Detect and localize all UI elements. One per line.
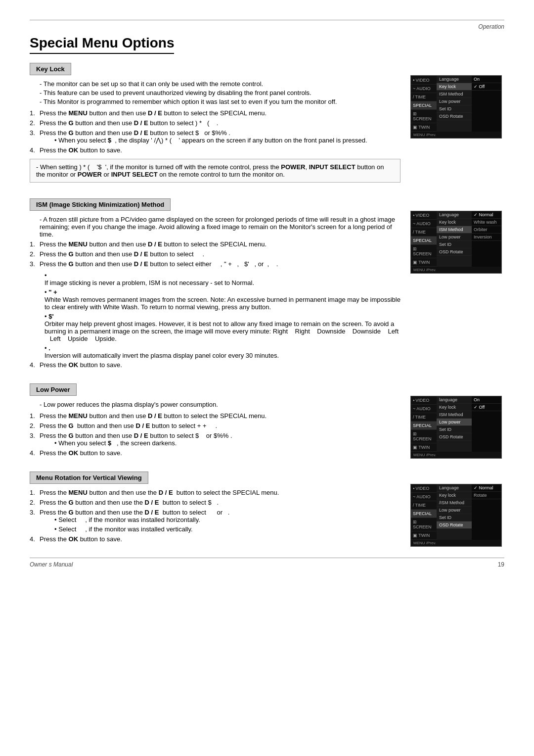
osd3-twin: ▣ TWIN: [411, 443, 437, 452]
footer-label: Owner s Manual: [30, 561, 73, 568]
osd-sidebar-3: ▪ VIDEO ~ AUDIO / TIME SPECIAL ⊞ SCREEN …: [411, 396, 437, 452]
ism-step-4: 4.Press the OK button to save.: [30, 361, 400, 369]
osd2-orbiter: Orbiter: [472, 226, 501, 234]
ism-orbiter-label: $'Orbiter may help prevent ghost images.…: [44, 313, 400, 342]
osd-sub-4: Normal Rotate: [472, 484, 501, 540]
osd-ism: ISM Method: [437, 91, 472, 98]
key-lock-step-3: 3.Press the G button and then use D / E …: [30, 129, 400, 144]
menurotation-step-1: 1.Press the MENU button and then use the…: [30, 489, 400, 496]
menurotation-sub-2: Select , if the monitor was installed ve…: [54, 525, 400, 533]
osd-sidebar-4: ▪ VIDEO ~ AUDIO / TIME SPECIAL ⊞ SCREEN …: [411, 484, 437, 540]
lowpower-step-1: 1.Press the MENU button and then use D /…: [30, 412, 400, 420]
osd2-twin: ▣ TWIN: [411, 258, 437, 267]
osd2-video: ▪ VIDEO: [411, 211, 437, 220]
osd-time: / TIME: [411, 93, 437, 101]
osd-sub-3: On Off: [472, 396, 501, 452]
lowpower-osd: ▪ VIDEO ~ AUDIO / TIME SPECIAL ⊞ SCREEN …: [410, 396, 504, 459]
menurotation-osd-menu: ▪ VIDEO ~ AUDIO / TIME SPECIAL ⊞ SCREEN …: [410, 484, 502, 547]
osd-sidebar-1: ▪ VIDEO ~ AUDIO / TIME SPECIAL ⊞ SCREEN …: [411, 76, 437, 132]
key-lock-step-2: 2.Press the G button and then use D / E …: [30, 119, 400, 127]
top-rule: [30, 20, 504, 20]
menurotation-sub-1: Select , if the monitor was installed ho…: [54, 516, 400, 523]
key-lock-bullet-2: This feature can be used to prevent unau…: [40, 89, 400, 96]
osd-lowpower: Low power: [437, 98, 472, 105]
key-lock-step-4: 4.Press the OK button to save.: [30, 146, 400, 154]
osd-main-1: Language Key lock ISM Method Low power S…: [437, 76, 472, 132]
osd2-whitewash: White wash: [472, 219, 501, 226]
osd4-twin: ▣ TWIN: [411, 531, 437, 540]
osd4-audio: ~ AUDIO: [411, 493, 437, 501]
osd-osdrotate: OSD Rotate: [437, 113, 472, 120]
osd2-audio: ~ AUDIO: [411, 220, 437, 228]
lowpower-step-4: 4.Press the OK button to save.: [30, 449, 400, 457]
menurotation-step-3: 3.Press the G button and then use the D …: [30, 509, 400, 533]
lowpower-step3-sub: When you select $ , the screen darkens.: [54, 439, 400, 447]
key-lock-step3-sub: When you select $ , the display ' /⋀) * …: [54, 137, 400, 144]
osd-audio: ~ AUDIO: [411, 85, 437, 93]
lowpower-content: Low power reduces the plasma display's p…: [30, 401, 504, 461]
menurotation-osd: ▪ VIDEO ~ AUDIO / TIME SPECIAL ⊞ SCREEN …: [410, 484, 504, 547]
ism-normal-label: If image sticking is never a problem, IS…: [44, 272, 400, 286]
osd4-time: / TIME: [411, 501, 437, 510]
ism-intro: - A frozen still picture from a PC/video…: [40, 216, 400, 238]
osd3-keylock: Key lock: [437, 404, 472, 411]
key-lock-header: Key Lock: [30, 63, 71, 75]
osd3-audio: ~ AUDIO: [411, 405, 437, 413]
osd-screen: ⊞ SCREEN: [411, 110, 437, 123]
osd4-special: SPECIAL: [411, 510, 437, 518]
osd3-screen: ⊞ SCREEN: [411, 430, 437, 443]
osd2-language: Language: [437, 211, 472, 219]
osd3-special: SPECIAL: [411, 422, 437, 430]
key-lock-bullets: The monitor can be set up so that it can…: [40, 80, 400, 105]
menurotation-header: Menu Rotation for Vertical Viewing: [30, 472, 148, 484]
ism-header: ISM (Image Sticking Minimization) Method: [30, 198, 171, 211]
osd4-screen: ⊞ SCREEN: [411, 518, 437, 531]
osd4-ism: /ISM Method: [437, 499, 472, 507]
key-lock-bullet-3: This Monitor is programmed to remember w…: [40, 98, 400, 105]
osd2-special: SPECIAL: [411, 236, 437, 245]
lowpower-header: Low Power: [30, 383, 77, 396]
operation-label: Operation: [30, 23, 504, 30]
osd-bottom-4: MENU /Prev.: [411, 540, 501, 546]
ism-osd-menu: ▪ VIDEO ~ AUDIO / TIME SPECIAL ⊞ SCREEN …: [410, 211, 502, 274]
osd-main-4: Language Key lock /ISM Method Low power …: [437, 484, 472, 540]
ism-step4-list: 4.Press the OK button to save.: [30, 361, 400, 369]
key-lock-bullet-1: The monitor can be set up so that it can…: [40, 80, 400, 88]
menurotation-step-4: 4.Press the OK button to save.: [30, 535, 400, 543]
osd-main-3: language Key lock ISM Method Low power S…: [437, 396, 472, 452]
osd4-keylock: Key lock: [437, 492, 472, 499]
osd3-lowpower: Low power: [437, 419, 472, 426]
key-lock-osd: ▪ VIDEO ~ AUDIO / TIME SPECIAL ⊞ SCREEN …: [410, 75, 504, 139]
osd2-time: / TIME: [411, 228, 437, 236]
osd2-lowpower: Low power: [437, 234, 472, 241]
osd-sub-2: Normal White wash Orbiter Inversion: [472, 211, 501, 267]
ism-inversion-label: .Inversion will automatically invert the…: [44, 344, 400, 359]
osd2-screen: ⊞ SCREEN: [411, 245, 437, 258]
osd3-language: language: [437, 396, 472, 404]
osd4-rotate: Rotate: [472, 492, 501, 499]
osd4-video: ▪ VIDEO: [411, 484, 437, 493]
menurotation-content: 1.Press the MENU button and then use the…: [30, 489, 504, 547]
osd-off: Off: [472, 83, 501, 91]
osd4-lowpower: Low power: [437, 507, 472, 514]
osd3-off: Off: [472, 404, 501, 411]
osd-bottom-1: MENU /Prev.: [411, 132, 501, 138]
lowpower-bullet-1: Low power reduces the plasma display's p…: [40, 401, 400, 408]
key-lock-note: - When setting ) * ( '$ ', if the monito…: [30, 159, 400, 183]
osd4-osdrotate: OSD Rotate: [437, 521, 472, 529]
osd-sidebar-2: ▪ VIDEO ~ AUDIO / TIME SPECIAL ⊞ SCREEN …: [411, 211, 437, 267]
osd3-time: / TIME: [411, 413, 437, 422]
osd-keylock: Key lock: [437, 83, 472, 91]
section-menurotation: Menu Rotation for Vertical Viewing 1.Pre…: [30, 472, 504, 547]
osd2-setid: Set ID: [437, 241, 472, 248]
osd4-normal: Normal: [472, 484, 501, 492]
osd3-osdrotate: OSD Rotate: [437, 433, 472, 441]
ism-main: - A frozen still picture from a PC/video…: [30, 216, 400, 373]
osd-video: ▪ VIDEO: [411, 76, 437, 85]
osd-main-2: Language Key lock ISM Method Low power S…: [437, 211, 472, 267]
osd3-video: ▪ VIDEO: [411, 396, 437, 405]
key-lock-main: The monitor can be set up so that it can…: [30, 80, 400, 188]
key-lock-content: The monitor can be set up so that it can…: [30, 80, 504, 188]
footer: Owner s Manual 19: [30, 561, 504, 568]
osd2-inversion: Inversion: [472, 234, 501, 241]
